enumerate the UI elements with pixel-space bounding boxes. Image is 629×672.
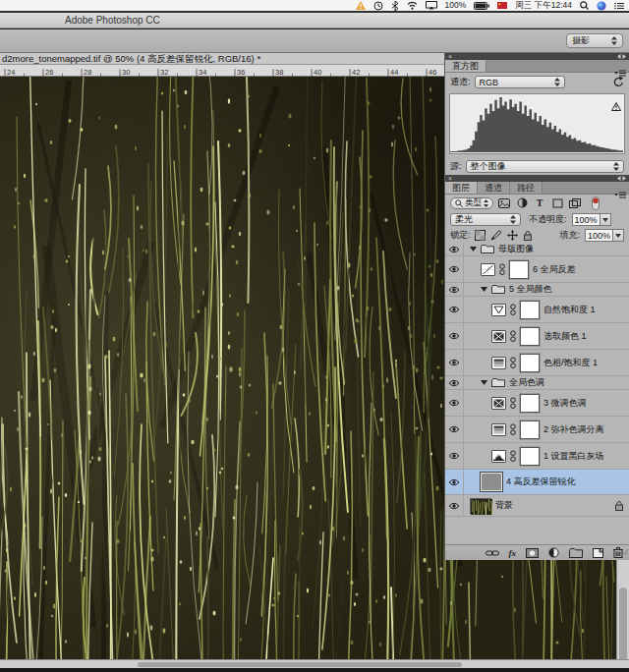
hue-saturation-adjustment-icon[interactable] [491, 357, 506, 369]
menu-clock[interactable]: 周三 下午12:44 [515, 0, 572, 11]
battery-icon[interactable] [474, 2, 489, 10]
layer-row[interactable]: 3 微调色调 [445, 390, 629, 417]
selective-color-adjustment-icon[interactable] [491, 330, 506, 343]
layer-row[interactable]: 4 高反差保留锐化 [445, 470, 629, 495]
add-layer-mask-button[interactable] [526, 548, 539, 558]
eye-visibility-toggle[interactable] [445, 297, 464, 322]
lock-transparent-pixels-icon[interactable] [475, 230, 486, 241]
layer-filter-select[interactable]: 类型 [450, 197, 493, 209]
opacity-field[interactable]: 100% [572, 213, 611, 226]
layer-row[interactable]: 自然饱和度 1 [445, 297, 629, 323]
tab-paths[interactable]: 路径 [510, 182, 543, 194]
layer-mask-thumbnail[interactable] [520, 420, 540, 439]
opacity-dropdown-arrow-icon[interactable] [600, 213, 611, 226]
expand-triangle-icon[interactable] [470, 247, 477, 252]
levels-adjustment-icon[interactable] [491, 450, 506, 463]
expand-triangle-icon[interactable] [481, 287, 487, 292]
wifi-icon[interactable] [407, 1, 418, 10]
fill-dropdown-arrow-icon[interactable] [613, 229, 624, 242]
eye-visibility-toggle[interactable] [445, 376, 464, 389]
panel-menu-icon[interactable] [614, 185, 626, 202]
fill-value[interactable]: 100% [585, 229, 613, 242]
filter-toggle-switch[interactable] [592, 196, 600, 210]
layer-mask-thumbnail[interactable] [520, 354, 540, 372]
layer-group-row[interactable]: 全局色调 [445, 376, 629, 390]
layer-mask-thumbnail[interactable] [520, 394, 540, 413]
eye-visibility-toggle[interactable] [445, 470, 464, 494]
close-panel-icon[interactable]: × [448, 54, 452, 60]
eye-visibility-toggle[interactable] [445, 323, 464, 349]
panel-resize-grip[interactable] [621, 542, 629, 560]
opacity-value[interactable]: 100% [572, 213, 600, 226]
eye-visibility-toggle[interactable] [445, 417, 464, 442]
tab-layers[interactable]: 图层 [445, 182, 478, 194]
layer-group-row[interactable]: 母版图像 [445, 243, 629, 256]
layer-mask-thumbnail[interactable] [520, 327, 540, 346]
link-icon [510, 450, 516, 463]
layer-style-button[interactable]: fx [509, 548, 517, 558]
vibrance-adjustment-icon[interactable] [491, 304, 506, 316]
lock-position-icon[interactable] [507, 230, 519, 241]
cached-data-warning-icon[interactable] [611, 97, 621, 115]
tab-channels[interactable]: 通道 [478, 182, 510, 194]
layer-row[interactable]: 1 设置黑白灰场 [445, 443, 629, 470]
lock-image-pixels-icon[interactable] [490, 230, 503, 241]
tab-histogram[interactable]: 直方图 [445, 60, 486, 72]
notification-center-icon[interactable] [614, 2, 624, 10]
layer-row[interactable]: 选取颜色 1 [445, 323, 629, 350]
time-machine-icon[interactable] [373, 1, 383, 11]
filter-adjustment-layers-icon[interactable] [515, 197, 529, 208]
histogram-plot[interactable] [449, 93, 625, 154]
app-title-bar[interactable]: Adobe Photoshop CC [0, 13, 629, 28]
layer-mask-thumbnail[interactable] [520, 447, 540, 466]
input-flag-icon[interactable] [497, 2, 507, 9]
blend-mode-select[interactable]: 柔光 [450, 213, 521, 226]
airplay-display-icon[interactable] [426, 1, 437, 10]
layer-row[interactable]: 6 全局反差 [445, 256, 629, 283]
layer-thumbnail[interactable] [470, 498, 491, 514]
layer-mask-thumbnail[interactable] [509, 260, 529, 279]
panel-menu-icon[interactable] [614, 63, 626, 81]
layers-tab-bar: 图层 通道 路径 [445, 182, 629, 195]
eye-visibility-toggle[interactable] [445, 495, 464, 516]
horizontal-scrollbar-thumb[interactable] [138, 662, 462, 667]
source-select[interactable]: 整个图像 [466, 160, 624, 173]
workspace-switcher[interactable]: 摄影 [566, 33, 623, 48]
fill-field[interactable]: 100% [585, 229, 624, 242]
layer-mask-thumbnail[interactable] [520, 301, 540, 319]
lock-all-icon[interactable] [523, 231, 533, 241]
channel-select[interactable]: RGB [475, 76, 565, 88]
filter-text-layers-icon[interactable]: T [533, 197, 546, 208]
eye-visibility-toggle[interactable] [445, 390, 464, 416]
curves-adjustment-icon[interactable] [481, 263, 495, 276]
layer-row[interactable]: 2 弥补色调分离 [445, 417, 629, 443]
eye-visibility-toggle[interactable] [445, 243, 464, 255]
link-layers-button[interactable] [486, 549, 499, 557]
new-layer-button[interactable] [593, 548, 603, 558]
collapse-panel-icon[interactable] [617, 176, 626, 181]
horizontal-scrollbar[interactable] [0, 659, 629, 668]
selective-color-adjustment-icon[interactable] [491, 397, 506, 410]
layer-group-row[interactable]: 5 全局颜色 [445, 283, 629, 297]
filter-shape-layers-icon[interactable] [550, 198, 564, 208]
filter-smart-object-layers-icon[interactable] [568, 198, 582, 208]
siri-icon[interactable] [597, 1, 606, 11]
bluetooth-icon[interactable] [391, 1, 399, 11]
expand-triangle-icon[interactable] [481, 380, 487, 385]
collapse-panel-icon[interactable] [617, 54, 626, 59]
layer-thumbnail[interactable] [481, 473, 502, 491]
eye-visibility-toggle[interactable] [445, 283, 464, 296]
layer-row[interactable]: 色相/饱和度 1 [445, 350, 629, 376]
horizontal-ruler[interactable]: 242628303234363840424446 [0, 65, 444, 77]
close-panel-icon[interactable]: × [448, 176, 452, 182]
spotlight-search-icon[interactable] [580, 1, 589, 10]
eye-visibility-toggle[interactable] [445, 256, 464, 282]
eye-visibility-toggle[interactable] [445, 443, 464, 469]
eye-visibility-toggle[interactable] [445, 350, 464, 375]
new-group-button[interactable] [569, 548, 583, 558]
warning-icon[interactable] [356, 1, 366, 10]
new-adjustment-layer-button[interactable] [548, 547, 559, 558]
filter-pixel-layers-icon[interactable] [497, 198, 511, 208]
layer-row[interactable]: 背景 [445, 495, 629, 517]
hue-saturation-adjustment-icon[interactable] [491, 423, 506, 436]
